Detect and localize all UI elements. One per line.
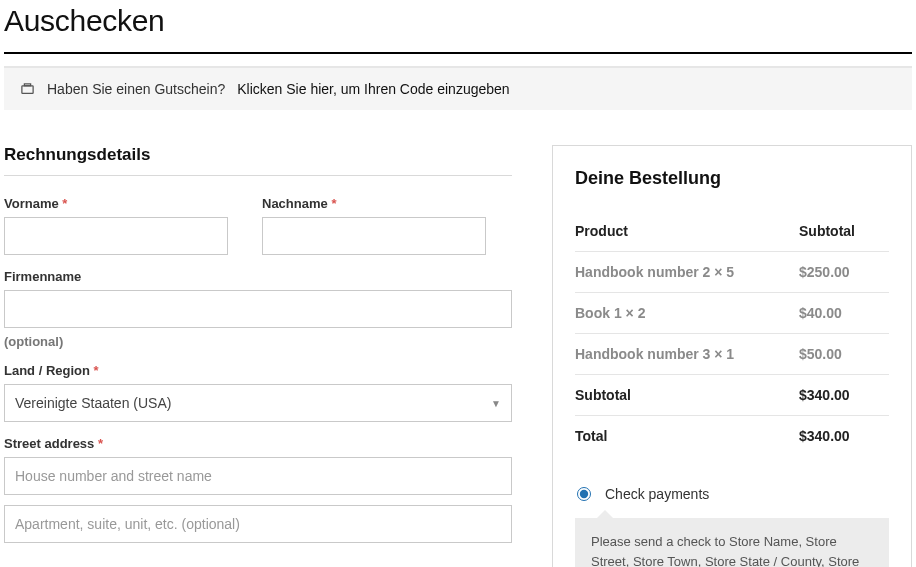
- order-item-name: Handbook number 3 × 1: [575, 334, 799, 375]
- page-title: Auschecken: [4, 4, 912, 38]
- last-name-input[interactable]: [262, 217, 486, 255]
- country-label: Land / Region *: [4, 363, 512, 378]
- order-item-row: Handbook number 3 × 1$50.00: [575, 334, 889, 375]
- order-item-row: Handbook number 2 × 5$250.00: [575, 252, 889, 293]
- country-select[interactable]: Vereinigte Staaten (USA) ▼: [4, 384, 512, 422]
- order-subtotal-label: Subtotal: [575, 375, 799, 416]
- order-summary-panel: Deine Bestellung Product Subtotal Handbo…: [552, 145, 912, 567]
- coupon-notice: Haben Sie einen Gutschein? Klicken Sie h…: [4, 66, 912, 110]
- chevron-down-icon: ▼: [491, 398, 501, 409]
- order-total-label: Total: [575, 416, 799, 457]
- company-label: Firmenname: [4, 269, 512, 284]
- payment-check-description: Please send a check to Store Name, Store…: [575, 518, 889, 567]
- required-mark: *: [62, 196, 67, 211]
- order-heading: Deine Bestellung: [575, 168, 889, 189]
- first-name-label: Vorname *: [4, 196, 228, 211]
- country-select-value: Vereinigte Staaten (USA): [15, 395, 171, 411]
- order-item-row: Book 1 × 2$40.00: [575, 293, 889, 334]
- order-total-value: $340.00: [799, 416, 889, 457]
- required-mark: *: [98, 436, 103, 451]
- first-name-label-text: Vorname: [4, 196, 59, 211]
- street-address-2-input[interactable]: [4, 505, 512, 543]
- last-name-label: Nachname *: [262, 196, 486, 211]
- company-input[interactable]: [4, 290, 512, 328]
- first-name-input[interactable]: [4, 217, 228, 255]
- country-label-text: Land / Region: [4, 363, 90, 378]
- payment-methods: Check payments Please send a check to St…: [575, 480, 889, 567]
- coupon-icon: [20, 82, 35, 97]
- order-subtotal-value: $340.00: [799, 375, 889, 416]
- order-col-product: Product: [575, 211, 799, 252]
- order-item-price: $250.00: [799, 252, 889, 293]
- title-divider: [4, 52, 912, 54]
- street-address-1-input[interactable]: [4, 457, 512, 495]
- payment-check-label: Check payments: [605, 486, 709, 502]
- svg-rect-0: [22, 85, 33, 93]
- order-col-subtotal: Subtotal: [799, 211, 889, 252]
- street-label-text: Street address: [4, 436, 94, 451]
- payment-check-option[interactable]: Check payments: [575, 480, 889, 508]
- order-item-price: $40.00: [799, 293, 889, 334]
- last-name-label-text: Nachname: [262, 196, 328, 211]
- payment-check-radio[interactable]: [577, 487, 591, 501]
- order-table: Product Subtotal Handbook number 2 × 5$2…: [575, 211, 889, 456]
- order-item-name: Handbook number 2 × 5: [575, 252, 799, 293]
- billing-heading: Rechnungsdetails: [4, 145, 512, 165]
- svg-rect-1: [24, 83, 30, 85]
- order-item-price: $50.00: [799, 334, 889, 375]
- coupon-reveal-link[interactable]: Klicken Sie hier, um Ihren Code einzugeb…: [237, 81, 509, 97]
- required-mark: *: [94, 363, 99, 378]
- street-label: Street address *: [4, 436, 512, 451]
- billing-divider: [4, 175, 512, 176]
- order-item-name: Book 1 × 2: [575, 293, 799, 334]
- required-mark: *: [331, 196, 336, 211]
- coupon-prompt: Haben Sie einen Gutschein?: [47, 81, 225, 97]
- company-optional-note: (optional): [4, 334, 512, 349]
